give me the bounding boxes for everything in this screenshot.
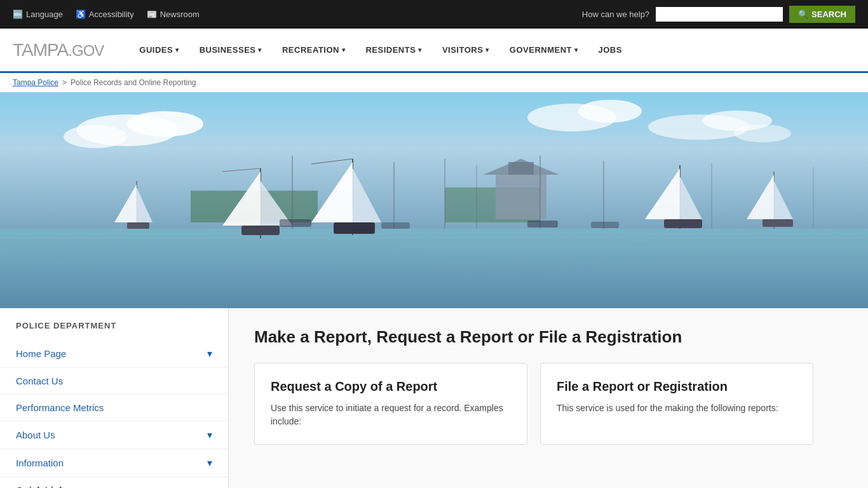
- sidebar-item-metrics[interactable]: Performance Metrics: [0, 395, 228, 421]
- svg-rect-51: [280, 219, 311, 227]
- card-request-report: Request a Copy of a Report Use this serv…: [254, 363, 527, 445]
- sidebar-link-contact[interactable]: Contact Us: [16, 376, 63, 386]
- breadcrumb-parent[interactable]: Tampa Police: [13, 78, 58, 87]
- sidebar-item-contact[interactable]: Contact Us: [0, 368, 228, 395]
- sidebar-link-about[interactable]: About Us: [16, 430, 55, 440]
- nav-jobs[interactable]: JOBS: [588, 28, 632, 72]
- search-button-label: SEARCH: [811, 10, 846, 19]
- top-bar: 🔤 Language ♿ Accessibility 📰 Newsroom Ho…: [0, 0, 868, 29]
- svg-rect-29: [334, 222, 375, 234]
- nav-visitors[interactable]: VISITORS ▾: [432, 28, 499, 72]
- cards-row: Request a Copy of a Report Use this serv…: [254, 363, 843, 445]
- hero-image: [0, 92, 868, 308]
- search-button[interactable]: 🔍 SEARCH: [789, 6, 855, 23]
- nav-recreation[interactable]: RECREATION ▾: [272, 28, 355, 72]
- nav-government[interactable]: GOVERNMENT ▾: [499, 28, 588, 72]
- residents-caret: ▾: [418, 46, 422, 53]
- svg-rect-53: [527, 220, 558, 227]
- nav-businesses[interactable]: BUSINESSES ▾: [189, 28, 272, 72]
- svg-rect-34: [127, 222, 149, 229]
- svg-rect-13: [508, 162, 534, 175]
- logo-gov: .GOV: [68, 42, 104, 59]
- svg-rect-54: [591, 222, 619, 228]
- svg-point-3: [64, 125, 127, 148]
- language-link[interactable]: 🔤 Language: [13, 10, 63, 19]
- hero-section: Tampa Police > Police Records and Online…: [0, 73, 868, 308]
- breadcrumb: Tampa Police > Police Records and Online…: [0, 73, 216, 92]
- breadcrumb-current: Police Records and Online Reporting: [71, 78, 196, 87]
- sidebar-link-metrics[interactable]: Performance Metrics: [16, 402, 104, 413]
- accessibility-icon: ♿: [76, 10, 86, 19]
- sidebar-item-quicklinks: Quick Links: [0, 477, 228, 488]
- svg-point-2: [127, 111, 203, 137]
- svg-rect-24: [241, 226, 280, 235]
- sidebar-title: POLICE DEPARTMENT: [0, 321, 228, 340]
- content-wrapper: POLICE DEPARTMENT Home Page ▾ Contact Us…: [0, 308, 868, 488]
- guides-caret: ▾: [175, 46, 179, 53]
- search-icon: 🔍: [798, 10, 808, 19]
- language-icon: 🔤: [13, 10, 23, 19]
- accessibility-label: Accessibility: [89, 10, 134, 19]
- chevron-down-icon: ▾: [207, 348, 212, 360]
- page-title: Make a Report, Request a Report or File …: [254, 327, 843, 347]
- svg-rect-11: [496, 175, 546, 219]
- recreation-caret: ▾: [342, 46, 346, 53]
- language-label: Language: [26, 10, 63, 19]
- main-content: Make a Report, Request a Report or File …: [229, 308, 868, 488]
- sidebar-item-information[interactable]: Information ▾: [0, 449, 228, 477]
- card1-title: Request a Copy of a Report: [271, 379, 511, 394]
- sidebar-item-about[interactable]: About Us ▾: [0, 421, 228, 449]
- newsroom-label: Newsroom: [160, 10, 200, 19]
- chevron-down-icon-about: ▾: [207, 429, 212, 441]
- card-file-report: File a Report or Registration This servi…: [540, 363, 813, 445]
- nav-guides[interactable]: GUIDES ▾: [129, 28, 189, 72]
- sidebar-item-homepage[interactable]: Home Page ▾: [0, 340, 228, 368]
- accessibility-link[interactable]: ♿ Accessibility: [76, 10, 134, 19]
- card2-text: This service is used for the making the …: [557, 402, 797, 415]
- logo-tampa: TAMPA: [13, 40, 68, 60]
- newsroom-icon: 📰: [147, 10, 157, 19]
- svg-point-8: [734, 125, 791, 142]
- svg-rect-42: [763, 219, 793, 227]
- card1-text: Use this service to initiate a request f…: [271, 402, 511, 428]
- svg-point-5: [578, 100, 642, 123]
- main-nav: TAMPA.GOV GUIDES ▾ BUSINESSES ▾ RECREATI…: [0, 29, 868, 73]
- chevron-down-icon-info: ▾: [207, 457, 212, 469]
- main-nav-links: GUIDES ▾ BUSINESSES ▾ RECREATION ▾ RESID…: [129, 28, 632, 72]
- top-bar-left: 🔤 Language ♿ Accessibility 📰 Newsroom: [13, 10, 200, 19]
- how-help-text: How can we help?: [582, 10, 649, 19]
- sidebar: POLICE DEPARTMENT Home Page ▾ Contact Us…: [0, 308, 229, 488]
- businesses-caret: ▾: [258, 46, 262, 53]
- search-input[interactable]: [656, 7, 783, 22]
- sidebar-link-homepage[interactable]: Home Page: [16, 348, 66, 359]
- hero-svg: [0, 92, 868, 308]
- card2-title: File a Report or Registration: [557, 379, 797, 394]
- visitors-caret: ▾: [485, 46, 489, 53]
- sidebar-quicklinks-label: Quick Links: [16, 485, 70, 488]
- svg-rect-52: [381, 222, 410, 229]
- newsroom-link[interactable]: 📰 Newsroom: [147, 10, 200, 19]
- site-logo[interactable]: TAMPA.GOV: [13, 40, 104, 60]
- svg-rect-14: [0, 229, 868, 308]
- government-caret: ▾: [574, 46, 578, 53]
- breadcrumb-separator: >: [62, 78, 67, 87]
- top-bar-right: How can we help? 🔍 SEARCH: [582, 6, 855, 23]
- sidebar-link-information[interactable]: Information: [16, 458, 64, 468]
- svg-rect-38: [664, 219, 702, 228]
- nav-residents[interactable]: RESIDENTS ▾: [355, 28, 431, 72]
